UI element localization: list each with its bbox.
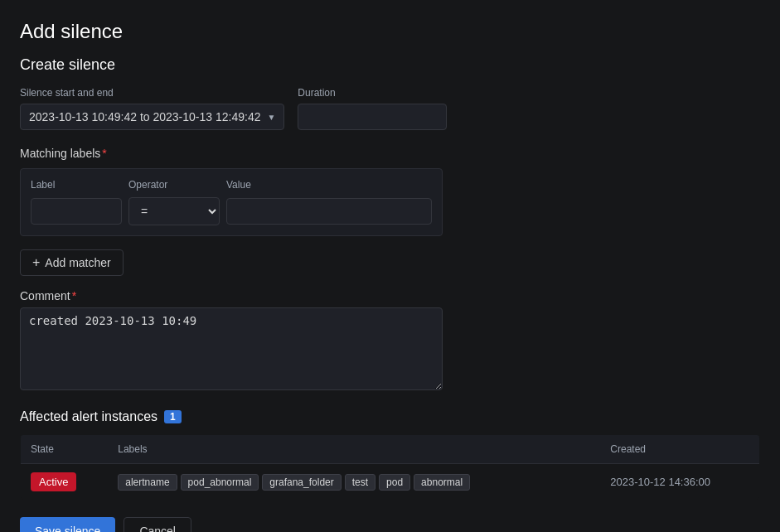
plus-icon: + [32, 256, 40, 269]
labels-cell: alertnamepod_abnormalgrafana_foldertestp… [108, 464, 600, 501]
label-input[interactable]: pod [31, 198, 122, 225]
operator-col-header: Operator [128, 179, 220, 191]
state-cell: Active [21, 464, 109, 501]
label-tag: abnormal [414, 474, 470, 491]
duration-label: Duration [298, 87, 447, 99]
value-col-header: Value [226, 179, 432, 191]
start-end-label: Silence start and end [20, 87, 284, 99]
cancel-button[interactable]: Cancel [124, 517, 191, 532]
comment-textarea[interactable] [20, 307, 443, 390]
label-row-1: pod = != =~ !~ abnormal [31, 197, 432, 225]
operator-select[interactable]: = != =~ !~ [128, 197, 220, 225]
page-title: Add silence [20, 20, 760, 43]
chevron-down-icon: ▼ [267, 113, 275, 122]
label-tag: pod [379, 474, 410, 491]
page-subtitle: Create silence [20, 56, 760, 74]
duration-input[interactable]: 2h [298, 104, 447, 130]
labels-grid: Label Operator Value pod = != =~ !~ abno… [20, 168, 443, 236]
label-tag: pod_abnormal [181, 474, 259, 491]
col-labels: Labels [108, 435, 600, 464]
col-state: State [21, 435, 109, 464]
value-input[interactable]: abnormal [226, 198, 432, 225]
required-star: * [102, 147, 106, 160]
comment-label: Comment* [20, 289, 760, 302]
start-end-value: 2023-10-13 10:49:42 to 2023-10-13 12:49:… [29, 110, 260, 123]
add-matcher-button[interactable]: + Add matcher [20, 249, 124, 276]
col-created: Created [600, 435, 759, 464]
label-col-header: Label [31, 179, 122, 191]
save-silence-button[interactable]: Save silence [20, 517, 115, 532]
comment-required-star: * [72, 289, 76, 302]
start-end-picker[interactable]: 2023-10-13 10:49:42 to 2023-10-13 12:49:… [20, 104, 284, 130]
table-row: Activealertnamepod_abnormalgrafana_folde… [21, 464, 760, 501]
label-tag: test [345, 474, 375, 491]
label-tag: alertname [118, 474, 177, 491]
state-badge: Active [31, 472, 76, 491]
affected-count-badge: 1 [164, 410, 182, 423]
labels-grid-header: Label Operator Value [31, 179, 432, 191]
affected-title: Affected alert instances 1 [20, 409, 760, 424]
matching-labels-title: Matching labels* [20, 147, 760, 160]
created-cell: 2023-10-12 14:36:00 [600, 464, 759, 501]
label-tag: grafana_folder [262, 474, 341, 491]
instances-table: State Labels Created Activealertnamepod_… [20, 434, 760, 501]
add-matcher-label: Add matcher [45, 256, 110, 269]
